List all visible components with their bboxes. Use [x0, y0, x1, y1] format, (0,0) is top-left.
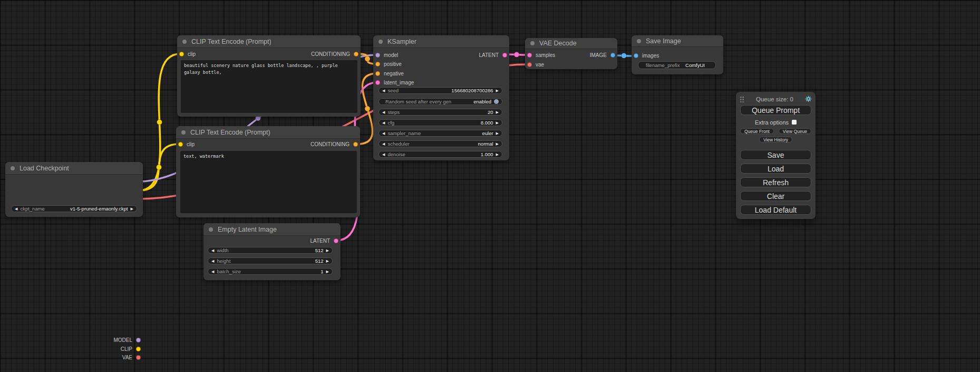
prev-value-arrow-icon[interactable]: ◀ — [15, 207, 17, 211]
view-history-button[interactable]: View History — [759, 137, 792, 142]
input-port-clip[interactable]: clip — [179, 50, 196, 58]
toggle-enabled-icon[interactable] — [494, 99, 499, 104]
vae-port-icon[interactable] — [527, 62, 532, 67]
output-port-latent[interactable]: LATENT — [310, 236, 338, 245]
node-title-bar[interactable]: Load Checkpoint — [5, 162, 143, 175]
clip-port-icon[interactable] — [179, 52, 184, 56]
negative-prompt-textarea[interactable]: text, watermark — [180, 151, 357, 213]
collapse-dot-icon[interactable] — [182, 40, 187, 44]
node-save-image[interactable]: Save Image images filename_prefix ComfyU… — [632, 35, 723, 74]
image-port-icon[interactable] — [634, 53, 638, 58]
extra-options-checkbox[interactable] — [792, 120, 797, 125]
drag-handle-icon[interactable] — [740, 96, 744, 102]
next-value-arrow-icon[interactable]: ▶ — [496, 131, 499, 135]
refresh-button[interactable]: Refresh — [740, 177, 811, 187]
load-default-button[interactable]: Load Default — [740, 205, 811, 215]
increment-arrow-icon[interactable]: ▶ — [326, 249, 329, 252]
node-title-bar[interactable]: VAE Decode — [525, 38, 617, 49]
positive-prompt-textarea[interactable]: beautiful scenery nature glass bottle la… — [181, 60, 357, 113]
input-port-images[interactable]: images — [634, 51, 659, 60]
node-load-checkpoint[interactable]: Load Checkpoint MODEL CLIP VAE ◀ ckpt_na… — [5, 162, 143, 217]
increment-arrow-icon[interactable]: ▶ — [326, 259, 329, 263]
output-port-latent[interactable]: LATENT — [479, 51, 507, 59]
node-title-bar[interactable]: Empty Latent Image — [203, 223, 341, 236]
increment-arrow-icon[interactable]: ▶ — [326, 270, 329, 273]
output-port-vae[interactable]: VAE — [122, 353, 141, 361]
output-port-clip[interactable]: CLIP — [121, 345, 141, 353]
prev-value-arrow-icon[interactable]: ◀ — [382, 131, 385, 135]
decrement-arrow-icon[interactable]: ◀ — [382, 121, 385, 125]
model-port-icon[interactable] — [375, 53, 380, 58]
increment-arrow-icon[interactable]: ▶ — [496, 121, 499, 125]
conditioning-port-icon[interactable] — [353, 142, 358, 147]
widget-ckpt-name[interactable]: ◀ ckpt_name v1-5-pruned-emaonly.ckpt ▶ — [11, 205, 137, 212]
prev-value-arrow-icon[interactable]: ◀ — [382, 142, 385, 146]
widget-seed[interactable]: ◀ seed 156680208700286 ▶ — [379, 87, 502, 94]
input-port-negative[interactable]: negative — [375, 69, 404, 78]
input-port-latent-image[interactable]: latent_image — [375, 78, 414, 87]
widget-sampler-name[interactable]: ◀ sampler_name euler ▶ — [379, 130, 502, 137]
conditioning-port-icon[interactable] — [354, 52, 358, 56]
widget-steps[interactable]: ◀ steps 20 ▶ — [379, 109, 502, 116]
increment-arrow-icon[interactable]: ▶ — [496, 89, 499, 92]
decrement-arrow-icon[interactable]: ◀ — [382, 152, 385, 156]
latent-port-icon[interactable] — [375, 80, 380, 85]
input-port-positive[interactable]: positive — [375, 60, 402, 68]
node-ksampler[interactable]: KSampler model positive negative latent_… — [373, 35, 509, 160]
collapse-dot-icon[interactable] — [379, 40, 383, 44]
clear-button[interactable]: Clear — [740, 191, 811, 201]
model-port-icon[interactable] — [136, 338, 141, 342]
node-empty-latent-image[interactable]: Empty Latent Image LATENT ◀ width 512 ▶ … — [203, 223, 341, 280]
widget-filename-prefix[interactable]: filename_prefix ComfyUI — [638, 61, 716, 69]
node-vae-decode[interactable]: VAE Decode samples vae IMAGE — [525, 38, 617, 69]
queue-prompt-button[interactable]: Queue Prompt — [740, 105, 811, 115]
output-port-conditioning[interactable]: CONDITIONING — [311, 50, 358, 58]
clip-port-icon[interactable] — [136, 347, 141, 351]
decrement-arrow-icon[interactable]: ◀ — [382, 110, 385, 114]
input-port-vae[interactable]: vae — [527, 60, 544, 69]
vae-port-icon[interactable] — [136, 355, 141, 360]
widget-denoise[interactable]: ◀ denoise 1.000 ▶ — [379, 151, 502, 158]
decrement-arrow-icon[interactable]: ◀ — [211, 249, 214, 252]
collapse-dot-icon[interactable] — [209, 227, 213, 232]
node-title-bar[interactable]: KSampler — [373, 35, 509, 48]
collapse-dot-icon[interactable] — [181, 130, 186, 135]
load-button[interactable]: Load — [740, 164, 811, 174]
input-port-model[interactable]: model — [375, 51, 398, 59]
widget-width[interactable]: ◀ width 512 ▶ — [208, 247, 333, 254]
image-port-icon[interactable] — [610, 53, 615, 58]
collapse-dot-icon[interactable] — [530, 41, 535, 45]
widget-scheduler[interactable]: ◀ scheduler normal ▶ — [379, 140, 502, 147]
latent-port-icon[interactable] — [334, 239, 338, 243]
node-title-bar[interactable]: CLIP Text Encode (Prompt) — [176, 126, 360, 139]
queue-front-button[interactable]: Queue Front — [740, 128, 774, 134]
save-button[interactable]: Save — [740, 150, 811, 160]
widget-height[interactable]: ◀ height 512 ▶ — [208, 257, 333, 264]
conditioning-port-icon[interactable] — [375, 62, 380, 66]
decrement-arrow-icon[interactable]: ◀ — [382, 89, 385, 92]
clip-port-icon[interactable] — [178, 142, 183, 147]
node-clip-text-encode-positive[interactable]: CLIP Text Encode (Prompt) clip CONDITION… — [177, 35, 361, 117]
next-value-arrow-icon[interactable]: ▶ — [131, 207, 133, 211]
input-port-samples[interactable]: samples — [527, 51, 555, 59]
latent-port-icon[interactable] — [502, 53, 507, 58]
increment-arrow-icon[interactable]: ▶ — [496, 152, 499, 156]
widget-batch-size[interactable]: ◀ batch_size 1 ▶ — [208, 268, 333, 275]
collapse-dot-icon[interactable] — [637, 39, 641, 43]
view-queue-button[interactable]: View Queue — [779, 128, 811, 134]
collapse-dot-icon[interactable] — [11, 166, 15, 170]
input-port-clip[interactable]: clip — [178, 140, 195, 148]
increment-arrow-icon[interactable]: ▶ — [496, 110, 499, 114]
output-port-image[interactable]: IMAGE — [590, 51, 615, 59]
decrement-arrow-icon[interactable]: ◀ — [211, 259, 214, 263]
latent-port-icon[interactable] — [527, 53, 532, 58]
node-clip-text-encode-negative[interactable]: CLIP Text Encode (Prompt) clip CONDITION… — [176, 126, 360, 217]
widget-cfg[interactable]: ◀ cfg 8.000 ▶ — [379, 119, 502, 126]
decrement-arrow-icon[interactable]: ◀ — [211, 270, 214, 273]
settings-gear-icon[interactable] — [805, 96, 812, 102]
node-title-bar[interactable]: CLIP Text Encode (Prompt) — [177, 35, 361, 48]
output-port-conditioning[interactable]: CONDITIONING — [311, 140, 358, 148]
next-value-arrow-icon[interactable]: ▶ — [496, 142, 499, 146]
node-title-bar[interactable]: Save Image — [632, 35, 723, 47]
output-port-model[interactable]: MODEL — [113, 336, 141, 344]
